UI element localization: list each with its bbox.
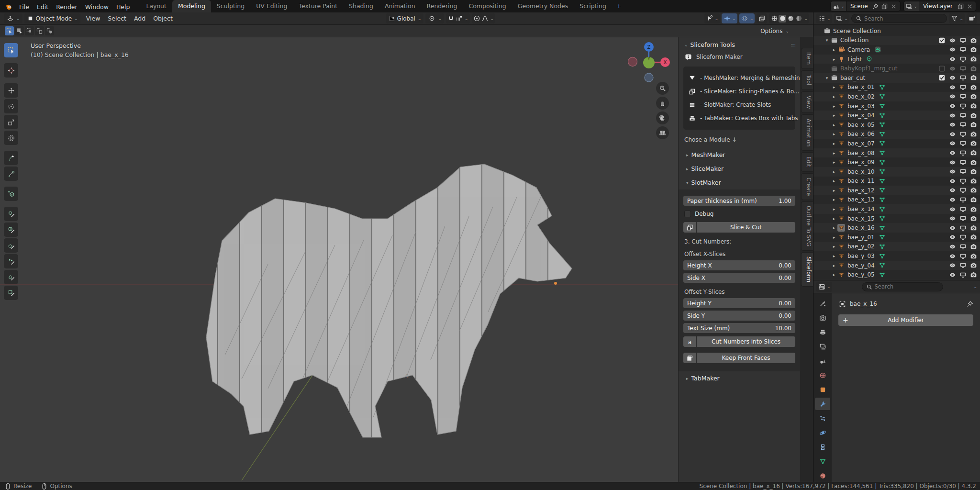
sidebar-tab-outline-to-svg[interactable]: Outline To SVG bbox=[801, 201, 813, 251]
mode-dropdown[interactable]: Object Mode⌄ bbox=[24, 13, 80, 23]
expand-chevron-icon[interactable]: ▸ bbox=[831, 263, 837, 268]
properties-options[interactable]: ⌄ bbox=[973, 284, 977, 289]
shading-solid-icon[interactable] bbox=[779, 15, 786, 22]
screen-toggle-icon[interactable] bbox=[959, 177, 967, 185]
axis-neg-x[interactable] bbox=[628, 57, 637, 67]
tool-texture-paint[interactable] bbox=[4, 286, 18, 300]
camera-toggle-icon[interactable] bbox=[969, 271, 977, 278]
mesh-icon[interactable] bbox=[837, 224, 845, 232]
expand-chevron-icon[interactable]: ▸ bbox=[831, 244, 837, 249]
screen-toggle-icon[interactable] bbox=[959, 271, 967, 278]
sidebar-tab-view[interactable]: View bbox=[801, 91, 813, 113]
outliner-row[interactable]: ▸bae_x_01 bbox=[813, 83, 980, 92]
expand-chevron-icon[interactable]: ▸ bbox=[831, 132, 837, 136]
screen-toggle-icon[interactable] bbox=[959, 46, 967, 54]
debug-checkbox[interactable] bbox=[684, 211, 691, 217]
viewport-menu-add[interactable]: Add bbox=[130, 13, 149, 23]
mesh-icon[interactable] bbox=[837, 205, 845, 213]
section-slotmaker[interactable]: ▾SlotMaker bbox=[683, 176, 795, 189]
new-collection-button[interactable] bbox=[967, 13, 977, 23]
outliner-row[interactable]: ▸bae_x_08 bbox=[813, 148, 980, 158]
properties-tab-particles[interactable] bbox=[815, 412, 830, 424]
outliner-row[interactable]: ▸bae_x_05 bbox=[813, 120, 980, 130]
camera-toggle-icon[interactable] bbox=[969, 74, 977, 82]
camera-toggle-icon[interactable] bbox=[969, 224, 977, 232]
mesh-icon[interactable] bbox=[837, 168, 845, 176]
screen-toggle-icon[interactable] bbox=[959, 102, 967, 110]
tool-world-paint[interactable] bbox=[4, 223, 18, 237]
screen-toggle-icon[interactable] bbox=[959, 252, 967, 260]
side-y-field[interactable]: Side Y0.00 bbox=[683, 311, 795, 321]
blender-logo-icon[interactable] bbox=[5, 3, 12, 11]
visibility-dropdown[interactable]: ⌄ bbox=[704, 13, 720, 23]
mesh-icon[interactable] bbox=[837, 262, 845, 269]
expand-chevron-icon[interactable]: ▾ bbox=[824, 76, 830, 80]
outliner-row[interactable]: ▾baer_cut bbox=[813, 73, 980, 83]
screen-toggle-icon[interactable] bbox=[959, 121, 967, 129]
mesh-icon[interactable] bbox=[837, 243, 845, 250]
eye-toggle-icon[interactable] bbox=[948, 102, 956, 110]
properties-tab-scene[interactable] bbox=[815, 355, 830, 367]
eye-toggle-icon[interactable] bbox=[948, 74, 956, 82]
mesh-icon[interactable] bbox=[837, 121, 845, 129]
eye-toggle-icon[interactable] bbox=[948, 130, 956, 138]
sidebar-tab-item[interactable]: Item bbox=[801, 48, 813, 69]
outliner-search-input[interactable] bbox=[864, 15, 943, 22]
screen-toggle-icon[interactable] bbox=[959, 262, 967, 269]
properties-search[interactable] bbox=[862, 282, 943, 291]
section-meshmaker[interactable]: ▸MeshMaker bbox=[683, 148, 795, 162]
sliced-bear-model[interactable] bbox=[206, 164, 572, 437]
mesh-icon[interactable] bbox=[837, 271, 845, 278]
outliner-row[interactable]: ▸bae_x_13 bbox=[813, 195, 980, 205]
screen-toggle-icon[interactable] bbox=[959, 243, 967, 250]
panel-grip[interactable]: :::: bbox=[791, 42, 795, 47]
eye-toggle-icon[interactable] bbox=[948, 121, 956, 129]
viewport-menu-view[interactable]: View bbox=[82, 13, 104, 23]
screen-toggle-icon[interactable] bbox=[959, 196, 967, 203]
camera-toggle-icon[interactable] bbox=[969, 140, 977, 147]
camera-toggle-icon[interactable] bbox=[969, 46, 977, 54]
tool-move[interactable] bbox=[4, 83, 18, 98]
eye-toggle-icon[interactable] bbox=[948, 196, 956, 203]
eye-toggle-icon[interactable] bbox=[948, 234, 956, 241]
sidebar-tab-sliceform[interactable]: Sliceform bbox=[801, 252, 813, 287]
text-size-field[interactable]: Text Size (mm)10.00 bbox=[683, 323, 795, 333]
proportional-edit-group[interactable]: ⌄ bbox=[472, 13, 496, 23]
mesh-icon[interactable] bbox=[837, 111, 845, 119]
properties-tab-world[interactable] bbox=[815, 369, 830, 381]
filter-dropdown[interactable]: ⌄ bbox=[949, 13, 965, 23]
camera-toggle-icon[interactable] bbox=[969, 65, 977, 72]
properties-tab-physics[interactable] bbox=[815, 426, 830, 439]
camera-toggle-icon[interactable] bbox=[969, 196, 977, 203]
tool-rotate[interactable] bbox=[4, 99, 18, 113]
eye-toggle-icon[interactable] bbox=[948, 205, 956, 213]
checkbox-icon[interactable] bbox=[938, 36, 946, 44]
mesh-icon[interactable] bbox=[837, 93, 845, 100]
tab-rendering[interactable]: Rendering bbox=[421, 0, 463, 12]
mesh-icon[interactable] bbox=[837, 130, 845, 138]
tab-uv-editing[interactable]: UV Editing bbox=[250, 0, 293, 12]
outliner-row[interactable]: ▸bae_x_06 bbox=[813, 130, 980, 139]
expand-chevron-icon[interactable]: ▸ bbox=[831, 151, 837, 156]
mesh-icon[interactable] bbox=[837, 215, 845, 223]
outliner-row[interactable]: ▸bae_x_12 bbox=[813, 186, 980, 195]
expand-chevron-icon[interactable]: ▸ bbox=[831, 141, 837, 146]
expand-chevron-icon[interactable]: ▸ bbox=[831, 160, 837, 165]
menu-render[interactable]: Render bbox=[52, 1, 81, 12]
properties-tab-material[interactable] bbox=[815, 469, 830, 482]
mesh-icon[interactable] bbox=[837, 158, 845, 166]
properties-tab-modifiers[interactable] bbox=[815, 398, 830, 410]
height-y-field[interactable]: Height Y0.00 bbox=[683, 298, 795, 308]
camera-toggle-icon[interactable] bbox=[969, 93, 977, 100]
mesh-icon[interactable] bbox=[837, 102, 845, 110]
properties-tab-tool[interactable] bbox=[815, 297, 830, 310]
menu-help[interactable]: Help bbox=[112, 1, 134, 12]
eye-toggle-icon[interactable] bbox=[948, 56, 956, 63]
screen-toggle-icon[interactable] bbox=[959, 74, 967, 82]
mesh-icon[interactable] bbox=[837, 83, 845, 91]
collection-icon[interactable] bbox=[830, 65, 838, 72]
checkbox-icon[interactable] bbox=[938, 65, 946, 72]
properties-editor-type[interactable]: ⌄ bbox=[816, 282, 832, 292]
expand-chevron-icon[interactable]: ▸ bbox=[831, 104, 837, 109]
tool-transform[interactable] bbox=[4, 131, 18, 145]
